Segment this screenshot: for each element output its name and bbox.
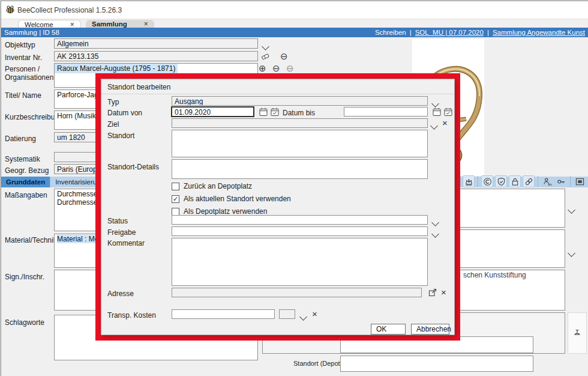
shield-icon[interactable] [495, 175, 507, 187]
kommentar-field[interactable] [172, 238, 428, 286]
inventar-label: Inventar Nr. [5, 53, 42, 62]
user-date-link[interactable]: SOL_MU | 07.07.2020 [415, 29, 484, 36]
ok-button[interactable]: OK [371, 324, 406, 335]
ziel-field[interactable] [172, 118, 428, 128]
systematik-label: Systematik [5, 155, 40, 163]
freigabe-label: Freigabe [107, 228, 136, 237]
checkbox-2-unchecked[interactable] [172, 208, 179, 216]
dialog-checkbox-group: Zurück an Depotplatz✓Als aktuellen Stand… [172, 182, 291, 220]
dialog-titlebar[interactable]: Standort bearbeiten [101, 79, 454, 94]
status-field[interactable] [172, 215, 428, 225]
tab-sammlung-label: Sammlung [92, 20, 127, 28]
adresse-clear-icon[interactable]: × [441, 288, 446, 297]
standort-details-field[interactable] [172, 159, 428, 179]
adresse-external-link-icon[interactable] [428, 288, 437, 300]
datierung-label: Datierung [5, 135, 36, 143]
status-dropdown-icon[interactable] [433, 217, 438, 228]
bee-logo-icon [5, 5, 15, 17]
checkbox-row-0: Zurück an Depotplatz [172, 182, 291, 190]
personen-selected-value[interactable]: Raoux Marcel-Auguste (1795 - 1871) [55, 64, 178, 73]
ziel-clear-icon[interactable]: × [442, 119, 448, 127]
app-window: BeeCollect Professional 1.5.26.3 Welcome… [1, 1, 588, 376]
highlight-red-frame: Standort bearbeiten Typ Ausgang Datum vo… [95, 73, 460, 341]
standort-depot-field[interactable] [340, 356, 533, 372]
remove-inventar-icon[interactable]: ⊖ [280, 52, 288, 61]
add-person-icon[interactable]: ⊕ [259, 64, 266, 73]
objekttyp-label: Objekttyp [5, 41, 35, 49]
standort-field[interactable] [172, 130, 428, 157]
record-header-bar: Sammlung | ID 58 Schreiben | SOL_MU | 07… [1, 28, 588, 37]
key-icon[interactable] [555, 175, 567, 187]
adresse-label: Adresse [107, 290, 134, 298]
kommentar-label: Kommentar [107, 239, 145, 247]
freigabe-field[interactable] [172, 226, 428, 236]
datum-von-field[interactable]: 01.09.2020 [172, 107, 254, 117]
window-title: BeeCollect Professional 1.5.26.3 [17, 6, 122, 14]
status-label: Status [107, 217, 128, 225]
remove-person-icon[interactable]: ⊖ [272, 64, 280, 73]
crown-icon[interactable] [463, 175, 475, 187]
tab-grunddaten-label: Grunddaten [6, 178, 45, 186]
checkbox-row-2: Als Depotplatz verwenden [172, 207, 291, 216]
cancel-button[interactable]: Abbrechen [411, 324, 449, 335]
copyright-icon[interactable] [481, 175, 493, 187]
right-box-4-actions [568, 312, 587, 354]
objekttyp-field[interactable]: Allgemein [54, 38, 258, 49]
geogr-bezug-label: Geogr. Bezug [5, 166, 49, 175]
ziel-dropdown-icon[interactable] [431, 120, 437, 131]
standort-bearbeiten-dialog: Standort bearbeiten Typ Ausgang Datum vo… [101, 79, 455, 335]
datum-bis-field[interactable] [344, 107, 428, 117]
datum-von-calendar-check-icon[interactable] [270, 107, 280, 119]
checkbox-1-checked[interactable]: ✓ [172, 195, 179, 203]
separator: | [487, 29, 489, 36]
typ-label: Typ [107, 98, 119, 106]
personen-label-line2: Organisationen [5, 73, 53, 82]
adresse-field[interactable] [172, 288, 422, 297]
ziel-label: Ziel [107, 120, 119, 129]
objekttyp-dropdown-icon[interactable] [263, 41, 268, 52]
remove-all-persons-icon[interactable]: ⊖ [286, 64, 294, 73]
inventar-field[interactable]: AK 2913.135 [54, 51, 258, 61]
checkbox-label-1: Als aktuellen Standort verwenden [184, 195, 291, 203]
datum-bis-label: Datum bis [283, 109, 315, 117]
tab-sammlung-close-icon[interactable]: × [144, 20, 148, 28]
tab-grunddaten[interactable]: Grunddaten [1, 177, 50, 187]
link-icon[interactable] [523, 175, 535, 187]
datum-bis-calendar-check-icon[interactable] [443, 107, 453, 119]
checkbox-0-unchecked[interactable] [172, 183, 179, 190]
tab-welcome[interactable]: Welcome × [18, 20, 81, 28]
pedestal-icon[interactable] [572, 327, 582, 339]
right-box-2-dropdown-icon[interactable] [569, 247, 574, 258]
window-icon[interactable] [574, 175, 586, 187]
collection-link[interactable]: Sammlung Angewandte Kunst [493, 29, 585, 36]
checkbox-row-1: ✓Als aktuellen Standort verwenden [172, 195, 291, 203]
datum-von-calendar-icon[interactable] [259, 107, 268, 119]
title-bar: BeeCollect Professional 1.5.26.3 [1, 1, 588, 19]
transp-kosten-unit-field[interactable] [279, 309, 295, 319]
checkbox-label-2: Als Depotplatz verwenden [184, 207, 267, 216]
massangaben-label: Maßangaben [5, 191, 47, 199]
freigabe-dropdown-icon[interactable] [433, 228, 438, 239]
datum-bis-calendar-icon[interactable] [432, 107, 442, 119]
datum-von-label: Datum von [107, 109, 142, 117]
transp-kosten-clear-icon[interactable]: × [312, 310, 317, 318]
transp-kosten-dropdown-icon[interactable] [301, 311, 306, 322]
person-search-icon[interactable] [541, 175, 553, 187]
dialog-title: Standort bearbeiten [107, 83, 170, 91]
transp-kosten-label: Transp. Kosten [107, 311, 156, 320]
record-title: Sammlung | ID 58 [4, 29, 59, 36]
transp-kosten-field[interactable] [172, 309, 275, 319]
standort-details-label: Standort-Details [107, 163, 159, 171]
lock-icon[interactable] [509, 175, 521, 187]
toolbar-separator [570, 176, 571, 187]
schlagworte-label: Schlagworte [5, 318, 44, 327]
tab-sammlung[interactable]: Sammlung × [86, 20, 154, 28]
material-label: Material/Technik [5, 236, 57, 244]
right-box-1-dropdown-icon[interactable] [569, 204, 574, 215]
standort-label: Standort [107, 132, 134, 140]
eraser-icon[interactable] [260, 52, 270, 64]
personen-label-line1: Personen / [5, 65, 40, 73]
separator: | [410, 29, 412, 36]
write-mode-label[interactable]: Schreiben [375, 29, 406, 36]
typ-field[interactable]: Ausgang [172, 96, 428, 106]
